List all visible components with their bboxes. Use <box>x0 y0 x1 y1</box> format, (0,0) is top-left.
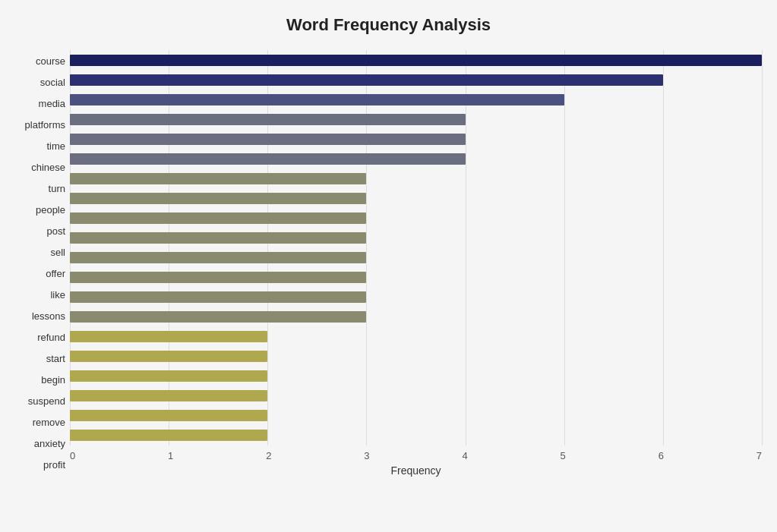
y-label-turn: turn <box>15 178 65 199</box>
y-label-people: people <box>15 199 65 220</box>
bars-area <box>70 50 762 445</box>
grid-line-7 <box>762 50 763 445</box>
y-label-social: social <box>15 71 65 93</box>
bar-begin <box>70 351 267 362</box>
bar-row-lessons <box>70 288 762 307</box>
bar-row-turn <box>70 168 762 188</box>
bar-row-chinese <box>70 149 762 168</box>
bar-start <box>70 331 267 342</box>
bar-row-platforms <box>70 109 762 129</box>
bar-turn <box>70 173 366 184</box>
x-tick-7: 7 <box>756 450 762 461</box>
bar-platforms <box>70 114 466 125</box>
bar-offer <box>70 252 366 263</box>
bar-remove <box>70 390 267 401</box>
bar-like <box>70 272 366 283</box>
bar-row-time <box>70 129 762 149</box>
bar-people <box>70 193 366 204</box>
bar-sell <box>70 232 366 244</box>
y-label-remove: remove <box>15 412 65 433</box>
bar-post <box>70 212 366 224</box>
bar-row-media <box>70 90 762 109</box>
bar-row-like <box>70 268 762 288</box>
x-tick-3: 3 <box>364 450 369 461</box>
x-tick-0: 0 <box>70 450 75 461</box>
y-label-time: time <box>15 135 65 156</box>
bar-anxiety <box>70 410 267 421</box>
x-tick-4: 4 <box>462 450 467 461</box>
bar-row-start <box>70 327 762 347</box>
chart-container: Word Frequency Analysis coursesocialmedi… <box>0 0 777 532</box>
bars-and-xaxis: 01234567 Frequency <box>70 50 762 476</box>
y-label-chinese: chinese <box>15 156 65 178</box>
y-label-lessons: lessons <box>15 306 65 327</box>
bars-rows <box>70 50 762 445</box>
y-label-suspend: suspend <box>15 391 65 412</box>
y-label-course: course <box>15 50 65 71</box>
bar-time <box>70 134 466 145</box>
bar-media <box>70 94 564 105</box>
bar-row-offer <box>70 247 762 267</box>
bar-refund <box>70 311 366 323</box>
bar-lessons <box>70 291 366 303</box>
bar-row-post <box>70 208 762 228</box>
y-axis-labels: coursesocialmediaplatformstimechinesetur… <box>15 50 70 476</box>
bar-profit <box>70 430 267 441</box>
bar-row-social <box>70 70 762 90</box>
y-label-like: like <box>15 285 65 306</box>
bar-row-suspend <box>70 367 762 386</box>
y-label-platforms: platforms <box>15 114 65 135</box>
bar-row-people <box>70 188 762 208</box>
bar-row-profit <box>70 426 762 445</box>
bar-row-remove <box>70 386 762 406</box>
x-tick-6: 6 <box>659 450 664 461</box>
y-label-profit: profit <box>15 455 65 476</box>
bar-row-anxiety <box>70 406 762 426</box>
x-tick-1: 1 <box>168 450 173 461</box>
x-tick-2: 2 <box>266 450 271 461</box>
x-tick-5: 5 <box>561 450 566 461</box>
bar-row-course <box>70 50 762 70</box>
y-label-sell: sell <box>15 241 65 263</box>
bar-course <box>70 55 762 66</box>
x-axis-title: Frequency <box>70 461 762 477</box>
bar-social <box>70 74 663 86</box>
y-label-media: media <box>15 93 65 114</box>
y-label-start: start <box>15 348 65 370</box>
x-tick-labels: 01234567 <box>70 445 762 461</box>
bar-row-begin <box>70 347 762 367</box>
y-label-refund: refund <box>15 327 65 348</box>
chart-title: Word Frequency Analysis <box>15 15 762 35</box>
x-axis: 01234567 Frequency <box>70 445 762 476</box>
y-label-begin: begin <box>15 370 65 391</box>
bar-row-refund <box>70 307 762 327</box>
y-label-anxiety: anxiety <box>15 433 65 455</box>
bar-suspend <box>70 370 267 382</box>
y-label-post: post <box>15 220 65 241</box>
bar-row-sell <box>70 228 762 247</box>
y-label-offer: offer <box>15 263 65 284</box>
bar-chinese <box>70 153 466 165</box>
chart-area: coursesocialmediaplatformstimechinesetur… <box>15 50 762 476</box>
